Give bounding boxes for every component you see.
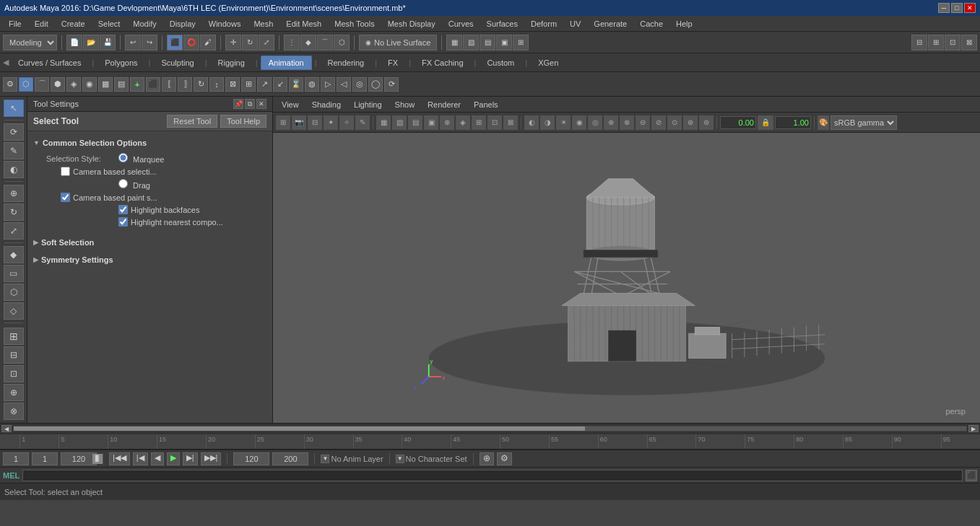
vp-tb-lights[interactable]: ☀ — [556, 115, 571, 130]
char-set-icon2[interactable]: ⚙ — [497, 452, 512, 465]
menu-generate[interactable]: Generate — [588, 18, 633, 30]
tab-rigging[interactable]: Rigging — [210, 56, 253, 70]
tab-curves-surfaces[interactable]: Curves / Surfaces — [10, 56, 89, 70]
menu-edit-mesh[interactable]: Edit Mesh — [280, 18, 327, 30]
vp-tb-f1[interactable]: ◉ — [572, 115, 586, 130]
tb2-icon-o[interactable]: ▷ — [321, 77, 335, 92]
tab-polygons[interactable]: Polygons — [97, 56, 145, 70]
menu-cache[interactable]: Cache — [634, 18, 669, 30]
tl-scroll-right-btn[interactable]: ▶ — [968, 425, 979, 432]
vp-tb-d2[interactable]: ✧ — [339, 115, 354, 130]
move-btn[interactable]: ✛ — [225, 35, 241, 51]
tb2-icon-move[interactable]: ↕ — [209, 77, 224, 92]
skip-start-btn[interactable]: |◀◀ — [109, 452, 130, 465]
lt-grid-btn[interactable]: ⊟ — [4, 346, 24, 364]
tb2-icon-select[interactable]: ⬡ — [19, 77, 33, 92]
maximize-button[interactable]: □ — [951, 3, 963, 13]
minimize-button[interactable]: ─ — [938, 3, 950, 13]
skip-end-btn[interactable]: ▶▶| — [201, 452, 222, 465]
lt-rotate-btn[interactable]: ↻ — [4, 203, 24, 221]
scale-value-input[interactable] — [775, 116, 811, 129]
current-frame-input[interactable] — [3, 452, 29, 465]
timeline-track[interactable]: 1 5 10 15 20 25 30 35 40 45 50 55 60 65 … — [0, 434, 980, 450]
menu-edit[interactable]: Edit — [29, 18, 54, 30]
tb2-icon-f[interactable]: ⬛ — [146, 77, 160, 92]
menu-mesh-display[interactable]: Mesh Display — [382, 18, 441, 30]
vp-tb-shadow[interactable]: ◐ — [524, 115, 539, 130]
vp-menu-panels[interactable]: Panels — [468, 99, 504, 110]
tab-fx-caching[interactable]: FX Caching — [414, 56, 471, 70]
lt-uv-btn[interactable]: ◇ — [4, 302, 24, 320]
snap-grid-btn[interactable]: ⋮ — [284, 35, 300, 51]
tab-animation[interactable]: Animation — [261, 56, 312, 70]
layout-btn2[interactable]: ⊞ — [928, 35, 944, 51]
menu-surfaces[interactable]: Surfaces — [481, 18, 524, 30]
tb2-icon-r[interactable]: ◯ — [368, 77, 383, 92]
step-back-btn[interactable]: |◀ — [133, 452, 148, 465]
play-back-btn[interactable]: ◀ — [151, 452, 164, 465]
tb2-icon-m[interactable]: ⌛ — [289, 77, 303, 92]
vp-tb-f6[interactable]: ⊘ — [651, 115, 666, 130]
vp-tb-ao[interactable]: ◑ — [540, 115, 555, 130]
tb2-icon-b[interactable]: ◈ — [66, 77, 81, 92]
common-selection-header[interactable]: ▼ Common Selection Options — [32, 136, 268, 150]
tb2-icon-e[interactable]: ▤ — [114, 77, 129, 92]
vp-menu-show[interactable]: Show — [389, 99, 421, 110]
workspace-select[interactable]: Modeling — [3, 35, 57, 51]
frame-end-input[interactable] — [61, 452, 97, 465]
tl-scroll-left-btn[interactable]: ◀ — [1, 425, 12, 432]
lt-chan-btn[interactable]: ⊕ — [4, 384, 24, 401]
vp-tb-cam[interactable]: 📷 — [292, 115, 306, 130]
select-btn[interactable]: ⬛ — [167, 35, 183, 51]
tb2-icon-i[interactable]: ⊠ — [225, 77, 240, 92]
menu-display[interactable]: Display — [164, 18, 201, 30]
menu-deform[interactable]: Deform — [525, 18, 563, 30]
marquee-radio[interactable] — [118, 153, 128, 162]
vp-tb-e3[interactable]: ⊡ — [487, 115, 502, 130]
tb2-icon-key1[interactable]: + — [130, 77, 144, 92]
drag-radio[interactable] — [118, 179, 128, 188]
tb2-icon-j[interactable]: ⊞ — [241, 77, 256, 92]
rotate-btn[interactable]: ↻ — [242, 35, 258, 51]
ts-float-btn[interactable]: ⧉ — [245, 99, 255, 109]
menu-uv[interactable]: UV — [564, 18, 586, 30]
lt-lasso-btn[interactable]: ⟳ — [4, 123, 24, 141]
soft-selection-header[interactable]: ▶ Soft Selection — [32, 235, 268, 250]
close-button[interactable]: ✕ — [964, 3, 976, 13]
highlight-nearest-check[interactable] — [118, 217, 128, 227]
tool-help-btn[interactable]: Tool Help — [220, 115, 266, 128]
vp-tb-d3[interactable]: ✎ — [355, 115, 370, 130]
tb2-icon-h[interactable]: ⟧ — [178, 77, 192, 92]
display-btn1[interactable]: ▦ — [446, 35, 462, 51]
tb2-icon-c[interactable]: ◉ — [82, 77, 97, 92]
vp-tb-f5[interactable]: ⊖ — [636, 115, 650, 130]
lt-sculpt-btn[interactable]: ◐ — [4, 161, 24, 178]
lt-scale-btn[interactable]: ⤢ — [4, 222, 24, 240]
vp-tb-f2[interactable]: ◎ — [588, 115, 602, 130]
anim-layer-expand[interactable]: ▼ — [321, 455, 329, 463]
camera-based-selection-check[interactable] — [61, 167, 70, 176]
vp-menu-lighting[interactable]: Lighting — [348, 99, 388, 110]
char-set-expand[interactable]: ▼ — [396, 455, 404, 463]
tb2-icon-g[interactable]: ⟦ — [162, 77, 176, 92]
tb2-icon-mesh[interactable]: ⬢ — [51, 77, 65, 92]
tb2-icon-l[interactable]: ↙ — [273, 77, 287, 92]
menu-mesh-tools[interactable]: Mesh Tools — [329, 18, 380, 30]
lt-face-btn[interactable]: ⬡ — [4, 284, 24, 301]
vp-tb-tex[interactable]: ▣ — [424, 115, 438, 130]
vp-tb-wire[interactable]: ▦ — [376, 115, 391, 130]
save-file-btn[interactable]: 💾 — [100, 35, 116, 51]
tb2-icon-k[interactable]: ↗ — [257, 77, 272, 92]
vp-tb-smooth[interactable]: ▧ — [392, 115, 407, 130]
tb2-icon-curve[interactable]: ⌒ — [35, 77, 49, 92]
tab-rendering[interactable]: Rendering — [319, 56, 372, 70]
vp-tb-lock[interactable]: 🔒 — [758, 115, 773, 130]
layout-btn4[interactable]: ⊠ — [961, 35, 977, 51]
char-set-icon1[interactable]: ⊕ — [480, 452, 494, 465]
ts-pin-btn[interactable]: 📌 — [233, 99, 243, 109]
vp-menu-view[interactable]: View — [276, 99, 305, 110]
menu-mesh[interactable]: Mesh — [248, 18, 279, 30]
menu-create[interactable]: Create — [56, 18, 91, 30]
tl-scroll-track[interactable] — [13, 426, 967, 431]
vp-tb-d1[interactable]: ✦ — [324, 115, 338, 130]
